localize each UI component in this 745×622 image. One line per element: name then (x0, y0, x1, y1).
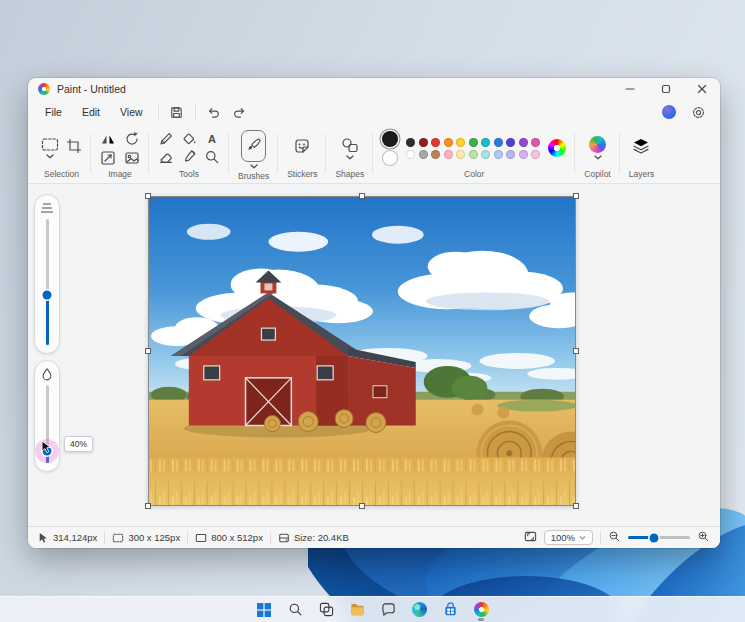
color-swatch[interactable] (406, 138, 415, 147)
color-swatch[interactable] (406, 150, 415, 159)
color-swatch[interactable] (419, 150, 428, 159)
zoom-dropdown[interactable]: 100% (544, 530, 593, 545)
text-tool-icon[interactable]: A (208, 134, 216, 145)
resize-icon[interactable] (100, 150, 116, 166)
titlebar[interactable]: Paint - Untitled (28, 78, 720, 100)
menu-view[interactable]: View (111, 103, 152, 121)
shapes-button[interactable] (341, 137, 359, 160)
color-swatch[interactable] (494, 150, 503, 159)
color-swatch[interactable] (469, 150, 478, 159)
selection-size: 300 x 125px (112, 532, 180, 544)
selection-handle-bottom-right[interactable] (573, 503, 579, 509)
layers-button[interactable] (632, 137, 650, 159)
menu-file[interactable]: File (36, 103, 71, 121)
task-view-button[interactable] (315, 599, 337, 621)
secondary-color-swatch[interactable] (382, 150, 398, 166)
maximize-button[interactable] (648, 78, 684, 100)
size-slider[interactable] (34, 194, 60, 354)
copilot-button[interactable] (589, 136, 606, 160)
selection-handle-left[interactable] (145, 348, 151, 354)
primary-color-swatch[interactable] (382, 131, 398, 147)
ribbon-toolbar: Selection Image (28, 124, 720, 184)
zoom-slider[interactable] (628, 533, 690, 542)
start-button[interactable] (253, 599, 275, 621)
brushes-button[interactable] (241, 130, 266, 169)
search-button[interactable] (284, 599, 306, 621)
group-label: Copilot (584, 167, 610, 184)
save-button[interactable] (165, 102, 189, 122)
opacity-slider[interactable] (34, 360, 60, 472)
color-swatch[interactable] (481, 150, 490, 159)
undo-button[interactable] (202, 102, 226, 122)
minimize-button[interactable] (612, 78, 648, 100)
account-avatar[interactable] (662, 105, 676, 119)
open-app-indicator (478, 618, 484, 621)
stickers-button[interactable] (293, 137, 311, 159)
color-swatch[interactable] (444, 138, 453, 147)
store-bag-icon (443, 602, 458, 617)
windows-logo-icon (257, 603, 271, 617)
paint-taskbar-button[interactable] (470, 599, 492, 621)
select-tool-button[interactable] (41, 137, 59, 159)
zoom-out-icon (608, 530, 621, 543)
crop-button[interactable] (66, 138, 82, 158)
edit-colors-button[interactable] (548, 139, 566, 157)
color-swatch[interactable] (481, 138, 490, 147)
divider (195, 105, 196, 119)
zoom-fit-button[interactable] (524, 530, 537, 545)
color-swatch[interactable] (456, 150, 465, 159)
zoom-out-button[interactable] (608, 530, 621, 545)
selection-handle-bottom-left[interactable] (145, 503, 151, 509)
flip-icon[interactable] (100, 131, 116, 147)
color-swatch[interactable] (419, 138, 428, 147)
color-swatch[interactable] (494, 138, 503, 147)
selection-handle-right[interactable] (573, 348, 579, 354)
canvas-image[interactable] (148, 196, 576, 506)
pencil-icon[interactable] (158, 131, 174, 147)
rotate-icon[interactable] (124, 131, 140, 147)
image-options-icon[interactable] (124, 150, 140, 166)
group-label: Stickers (287, 167, 317, 184)
group-stickers: Stickers (278, 124, 326, 183)
size-slider-track[interactable] (46, 219, 49, 345)
file-explorer-button[interactable] (346, 599, 368, 621)
color-swatch[interactable] (469, 138, 478, 147)
droplet-icon (40, 367, 54, 381)
size-slider-thumb[interactable] (43, 290, 52, 299)
color-swatch[interactable] (519, 138, 528, 147)
color-swatch[interactable] (444, 150, 453, 159)
zoom-level-value: 100% (551, 532, 575, 543)
color-swatch[interactable] (431, 138, 440, 147)
canvas-area: 40% (28, 184, 720, 526)
color-swatch[interactable] (456, 138, 465, 147)
brush-icon (246, 137, 261, 155)
store-button[interactable] (439, 599, 461, 621)
group-label: Image (108, 167, 132, 184)
color-swatch[interactable] (506, 138, 515, 147)
zoom-in-button[interactable] (697, 530, 710, 545)
selection-handle-top-right[interactable] (573, 193, 579, 199)
eyedropper-icon[interactable] (181, 149, 197, 165)
redo-icon (232, 105, 247, 120)
color-swatch[interactable] (506, 150, 515, 159)
selection-handle-bottom[interactable] (359, 503, 365, 509)
menu-edit[interactable]: Edit (73, 103, 109, 121)
color-swatch[interactable] (431, 150, 440, 159)
fill-bucket-icon[interactable] (181, 131, 197, 147)
color-swatch[interactable] (519, 150, 528, 159)
settings-button[interactable] (686, 102, 710, 122)
color-swatch[interactable] (531, 138, 540, 147)
selection-handle-top-left[interactable] (145, 193, 151, 199)
chat-button[interactable] (377, 599, 399, 621)
selection-handle-top[interactable] (359, 193, 365, 199)
edge-button[interactable] (408, 599, 430, 621)
cursor-icon (38, 532, 49, 544)
zoom-slider-thumb[interactable] (650, 533, 659, 542)
group-image: Image (91, 124, 149, 183)
eraser-icon[interactable] (158, 149, 174, 165)
magnifier-icon[interactable] (204, 149, 220, 165)
close-button[interactable] (684, 78, 720, 100)
redo-button[interactable] (228, 102, 252, 122)
group-tools: A Tools (149, 124, 229, 183)
color-swatch[interactable] (531, 150, 540, 159)
